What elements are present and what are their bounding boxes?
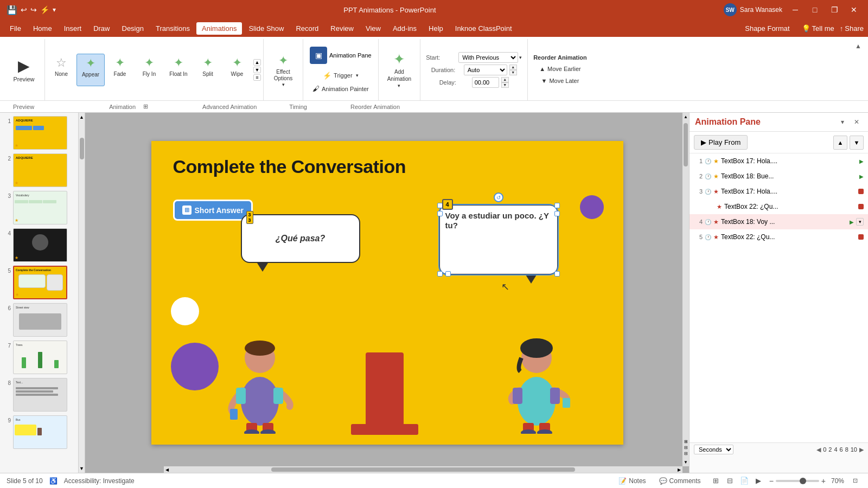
rl-expand-btn[interactable]: ⊞ bbox=[143, 103, 148, 110]
anim-item-5[interactable]: 5 🕐 ★ TextBox 22: ¿Qu... bbox=[690, 229, 868, 245]
canvas-vscroll[interactable]: ▲ ⊞ ⊟ ⊟ ▼ bbox=[682, 113, 689, 466]
hscroll-left-btn[interactable]: ◀ bbox=[164, 466, 170, 473]
vscroll-thumb[interactable] bbox=[684, 123, 688, 166]
zoom-in-btn[interactable]: + bbox=[821, 477, 826, 485]
maximize-btn[interactable]: □ bbox=[807, 2, 822, 17]
anim-item-2[interactable]: 2 🕐 ★ TextBox 18: Bue... ▶ bbox=[690, 169, 868, 184]
anim-split[interactable]: ✦ Split bbox=[194, 54, 222, 86]
restore-btn[interactable]: ❐ bbox=[827, 2, 842, 17]
slide-scroll-down[interactable]: ▼ bbox=[78, 464, 86, 473]
menu-shapeformat[interactable]: Shape Format bbox=[739, 22, 795, 35]
duration-down-btn[interactable]: ▼ bbox=[509, 70, 517, 75]
handle-br[interactable] bbox=[554, 271, 560, 277]
scroll-down-btn[interactable]: ▼ bbox=[253, 67, 261, 73]
menu-transitions[interactable]: Transitions bbox=[150, 22, 195, 35]
slide-thumb-5[interactable]: 5 Complete the Conversation ★ bbox=[2, 265, 76, 300]
anim-none[interactable]: ☆ None bbox=[47, 54, 75, 86]
handle-bl[interactable] bbox=[437, 271, 443, 277]
seconds-select[interactable]: Seconds bbox=[694, 445, 733, 454]
zoom-slider[interactable] bbox=[776, 480, 819, 482]
add-animation-btn[interactable]: ✦ Add Animation ▾ bbox=[383, 52, 416, 88]
menu-addins[interactable]: Add-ins bbox=[387, 22, 422, 35]
speech-bubble-right[interactable]: 4 Voy a estudiar un poco. ¿Y tu? bbox=[439, 204, 558, 275]
notes-btn[interactable]: 📝 Notes bbox=[614, 476, 650, 486]
delay-input[interactable] bbox=[472, 77, 499, 88]
slide-thumb-8[interactable]: 8 Text... bbox=[2, 377, 76, 413]
play-from-btn[interactable]: ▶ Play From bbox=[694, 135, 748, 150]
pane-nav-down-btn[interactable]: ▼ bbox=[850, 136, 864, 150]
zoom-out-btn[interactable]: − bbox=[769, 477, 774, 485]
slide-thumb-6[interactable]: 6 Street view bbox=[2, 302, 76, 338]
anim-item-3b[interactable]: ★ TextBox 22: ¿Qu... bbox=[690, 199, 868, 214]
trigger-btn[interactable]: ⚡ Trigger ▾ bbox=[320, 69, 361, 81]
menu-animations[interactable]: Animations bbox=[196, 22, 242, 35]
hscroll-thumb[interactable] bbox=[271, 467, 575, 472]
menu-design[interactable]: Design bbox=[117, 22, 149, 35]
duration-up-btn[interactable]: ▲ bbox=[509, 65, 517, 70]
menu-view[interactable]: View bbox=[360, 22, 386, 35]
menu-home[interactable]: Home bbox=[28, 22, 58, 35]
handle-bm[interactable] bbox=[445, 271, 451, 277]
slide-thumb-1[interactable]: 1 ADQUIERE ★ bbox=[2, 115, 76, 151]
slide-thumb-4[interactable]: 4 ★ bbox=[2, 227, 76, 263]
menu-file[interactable]: File bbox=[4, 22, 27, 35]
vscroll-down-btn[interactable]: ▼ bbox=[682, 458, 689, 466]
handle-mr[interactable] bbox=[554, 211, 560, 216]
slide-scroll-thumb[interactable] bbox=[80, 138, 84, 159]
delay-up-btn[interactable]: ▲ bbox=[501, 77, 509, 82]
start-select[interactable]: With Previous On Click After Previous bbox=[458, 52, 518, 63]
scroll-up-btn[interactable]: ▲ bbox=[253, 59, 261, 66]
normal-view-btn[interactable]: ⊞ bbox=[710, 474, 723, 487]
animation-pane-btn[interactable]: ▣ Animation Pane bbox=[308, 46, 374, 65]
delay-down-btn[interactable]: ▼ bbox=[501, 82, 509, 88]
expand-btn-4[interactable]: ▾ bbox=[856, 218, 864, 226]
share-btn[interactable]: ↑ Share bbox=[840, 24, 864, 33]
move-later-btn[interactable]: ▼ Move Later bbox=[538, 76, 582, 86]
fit-slide-btn[interactable]: ⊡ bbox=[848, 474, 861, 487]
reading-view-btn[interactable]: 📄 bbox=[738, 474, 751, 487]
slideshow-btn[interactable]: ▶ bbox=[752, 474, 765, 487]
hscroll-right-btn[interactable]: ▶ bbox=[676, 466, 682, 473]
redo-icon[interactable]: ↪ bbox=[30, 5, 37, 14]
slide-thumb-9[interactable]: 9 Bus bbox=[2, 414, 76, 450]
pane-close-btn[interactable]: ✕ bbox=[851, 116, 863, 128]
timeline-next-btn[interactable]: ▶ bbox=[859, 446, 864, 453]
menu-record[interactable]: Record bbox=[290, 22, 324, 35]
anim-wipe[interactable]: ✦ Wipe bbox=[223, 54, 251, 86]
anim-fade[interactable]: ✦ Fade bbox=[106, 54, 134, 86]
comments-btn[interactable]: 💬 Comments bbox=[655, 476, 705, 486]
collapse-ribbon-btn[interactable]: ▲ bbox=[852, 41, 865, 51]
handle-ml[interactable] bbox=[437, 211, 443, 216]
rotate-handle[interactable]: ↺ bbox=[494, 192, 503, 202]
menu-draw[interactable]: Draw bbox=[88, 22, 115, 35]
slide-sorter-btn[interactable]: ⊟ bbox=[724, 474, 737, 487]
pane-dropdown-btn[interactable]: ▾ bbox=[837, 116, 848, 128]
anim-item-4[interactable]: 4 🕐 ★ TextBox 18: Voy ... ▶ ▾ bbox=[690, 214, 868, 229]
menu-insert[interactable]: Insert bbox=[59, 22, 87, 35]
canvas-hscroll[interactable]: ◀ ▶ bbox=[164, 466, 682, 473]
animation-painter-btn[interactable]: 🖌 Animation Painter bbox=[310, 84, 371, 94]
quick-access-icon[interactable]: ⚡ bbox=[40, 5, 49, 14]
pane-nav-up-btn[interactable]: ▲ bbox=[833, 136, 847, 150]
vscroll-expand-btn3[interactable]: ⊟ bbox=[684, 451, 688, 456]
save-icon[interactable]: 💾 bbox=[7, 5, 17, 15]
close-btn[interactable]: ✕ bbox=[846, 2, 861, 17]
slide-thumb-2[interactable]: 2 ADQUIERE ★ bbox=[2, 152, 76, 188]
zoom-thumb[interactable] bbox=[800, 478, 806, 484]
slide-thumb-7[interactable]: 7 Trees bbox=[2, 339, 76, 375]
menu-help[interactable]: Help bbox=[423, 22, 449, 35]
slide-thumb-3[interactable]: 3 Vocabulary ★ bbox=[2, 190, 76, 226]
anim-item-1[interactable]: 1 🕐 ★ TextBox 17: Hola.... ▶ bbox=[690, 153, 868, 169]
preview-button[interactable]: ▶ Preview bbox=[9, 52, 39, 88]
anim-flyin[interactable]: ✦ Fly In bbox=[135, 54, 163, 86]
move-earlier-btn[interactable]: ▲ Move Earlier bbox=[536, 64, 584, 74]
menu-review[interactable]: Review bbox=[325, 22, 359, 35]
slide-panel-scrollbar[interactable]: ▲ ▼ bbox=[79, 113, 85, 473]
vscroll-expand-btn2[interactable]: ⊟ bbox=[684, 445, 688, 450]
menu-slideshow[interactable]: Slide Show bbox=[243, 22, 289, 35]
anim-item-3[interactable]: 3 🕐 ★ TextBox 17: Hola.... bbox=[690, 184, 868, 199]
tell-me-btn[interactable]: 💡 Tell me bbox=[802, 24, 834, 33]
vscroll-expand-btn[interactable]: ⊞ bbox=[684, 439, 688, 444]
slide-scroll-up[interactable]: ▲ bbox=[78, 113, 86, 121]
undo-icon[interactable]: ↩ bbox=[21, 5, 27, 14]
